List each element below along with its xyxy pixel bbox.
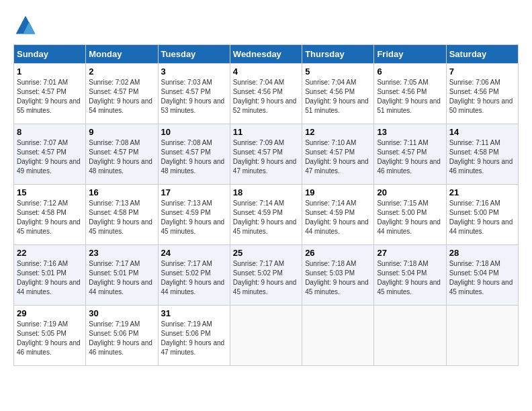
calendar-week: 29 Sunrise: 7:19 AMSunset: 5:05 PMDaylig… <box>14 306 519 366</box>
day-info: Sunrise: 7:06 AMSunset: 4:56 PMDaylight:… <box>449 79 513 114</box>
empty-day <box>302 306 374 366</box>
day-number: 13 <box>377 127 443 137</box>
day-number: 31 <box>161 308 227 318</box>
calendar-day: 22 Sunrise: 7:16 AMSunset: 5:01 PMDaylig… <box>14 245 86 306</box>
day-info: Sunrise: 7:13 AMSunset: 4:59 PMDaylight:… <box>161 199 225 235</box>
day-info: Sunrise: 7:01 AMSunset: 4:57 PMDaylight:… <box>17 79 81 114</box>
calendar-day: 27 Sunrise: 7:18 AMSunset: 5:04 PMDaylig… <box>374 245 446 306</box>
day-info: Sunrise: 7:11 AMSunset: 4:57 PMDaylight:… <box>377 139 441 175</box>
calendar-day: 9 Sunrise: 7:08 AMSunset: 4:57 PMDayligh… <box>86 124 158 185</box>
day-info: Sunrise: 7:16 AMSunset: 5:01 PMDaylight:… <box>17 260 81 295</box>
calendar-day: 29 Sunrise: 7:19 AMSunset: 5:05 PMDaylig… <box>14 306 86 366</box>
day-number: 1 <box>17 66 83 77</box>
day-info: Sunrise: 7:18 AMSunset: 5:04 PMDaylight:… <box>449 260 513 295</box>
day-info: Sunrise: 7:04 AMSunset: 4:56 PMDaylight:… <box>305 79 369 114</box>
weekday-header: Tuesday <box>158 45 230 64</box>
weekday-header: Wednesday <box>230 45 302 64</box>
calendar-day: 4 Sunrise: 7:04 AMSunset: 4:56 PMDayligh… <box>230 64 302 124</box>
empty-day <box>230 306 302 366</box>
day-number: 6 <box>377 66 443 77</box>
day-number: 11 <box>233 127 299 137</box>
day-info: Sunrise: 7:04 AMSunset: 4:56 PMDaylight:… <box>233 79 297 114</box>
calendar-day: 11 Sunrise: 7:09 AMSunset: 4:57 PMDaylig… <box>230 124 302 185</box>
day-number: 28 <box>449 248 515 258</box>
weekday-header: Thursday <box>302 45 374 64</box>
day-info: Sunrise: 7:17 AMSunset: 5:02 PMDaylight:… <box>161 260 225 295</box>
empty-day <box>446 306 518 366</box>
calendar-day: 19 Sunrise: 7:14 AMSunset: 4:59 PMDaylig… <box>302 185 374 245</box>
day-info: Sunrise: 7:08 AMSunset: 4:57 PMDaylight:… <box>89 139 152 175</box>
calendar-header: SundayMondayTuesdayWednesdayThursdayFrid… <box>14 45 519 64</box>
day-info: Sunrise: 7:17 AMSunset: 5:02 PMDaylight:… <box>233 260 297 295</box>
day-info: Sunrise: 7:16 AMSunset: 5:00 PMDaylight:… <box>449 199 513 235</box>
calendar-day: 7 Sunrise: 7:06 AMSunset: 4:56 PMDayligh… <box>446 64 518 124</box>
logo-icon <box>13 13 38 38</box>
day-info: Sunrise: 7:17 AMSunset: 5:01 PMDaylight:… <box>89 260 152 295</box>
calendar-week: 22 Sunrise: 7:16 AMSunset: 5:01 PMDaylig… <box>14 245 519 306</box>
day-number: 29 <box>17 308 83 318</box>
calendar-day: 18 Sunrise: 7:14 AMSunset: 4:59 PMDaylig… <box>230 185 302 245</box>
day-info: Sunrise: 7:13 AMSunset: 4:58 PMDaylight:… <box>89 199 152 235</box>
calendar-day: 6 Sunrise: 7:05 AMSunset: 4:56 PMDayligh… <box>374 64 446 124</box>
weekday-header: Saturday <box>446 45 518 64</box>
calendar-day: 21 Sunrise: 7:16 AMSunset: 5:00 PMDaylig… <box>446 185 518 245</box>
calendar-day: 1 Sunrise: 7:01 AMSunset: 4:57 PMDayligh… <box>14 64 86 124</box>
day-number: 2 <box>89 66 154 77</box>
weekday-header: Friday <box>374 45 446 64</box>
day-info: Sunrise: 7:07 AMSunset: 4:57 PMDaylight:… <box>17 139 81 175</box>
day-number: 26 <box>305 248 371 258</box>
calendar-day: 14 Sunrise: 7:11 AMSunset: 4:58 PMDaylig… <box>446 124 518 185</box>
day-number: 14 <box>449 127 515 137</box>
calendar-day: 16 Sunrise: 7:13 AMSunset: 4:58 PMDaylig… <box>86 185 158 245</box>
day-info: Sunrise: 7:19 AMSunset: 5:06 PMDaylight:… <box>161 320 225 356</box>
day-number: 27 <box>377 248 443 258</box>
day-info: Sunrise: 7:19 AMSunset: 5:06 PMDaylight:… <box>89 320 152 356</box>
day-info: Sunrise: 7:18 AMSunset: 5:03 PMDaylight:… <box>305 260 369 295</box>
day-number: 7 <box>449 66 515 77</box>
day-info: Sunrise: 7:15 AMSunset: 5:00 PMDaylight:… <box>377 199 441 235</box>
calendar-day: 24 Sunrise: 7:17 AMSunset: 5:02 PMDaylig… <box>158 245 230 306</box>
day-number: 12 <box>305 127 371 137</box>
day-number: 17 <box>161 187 227 197</box>
calendar-week: 8 Sunrise: 7:07 AMSunset: 4:57 PMDayligh… <box>14 124 519 185</box>
day-number: 15 <box>17 187 83 197</box>
day-number: 10 <box>161 127 227 137</box>
calendar-day: 5 Sunrise: 7:04 AMSunset: 4:56 PMDayligh… <box>302 64 374 124</box>
header <box>13 13 519 38</box>
header-row: SundayMondayTuesdayWednesdayThursdayFrid… <box>14 45 519 64</box>
day-number: 23 <box>89 248 154 258</box>
calendar-day: 8 Sunrise: 7:07 AMSunset: 4:57 PMDayligh… <box>14 124 86 185</box>
calendar-day: 15 Sunrise: 7:12 AMSunset: 4:58 PMDaylig… <box>14 185 86 245</box>
day-number: 4 <box>233 66 299 77</box>
calendar-day: 12 Sunrise: 7:10 AMSunset: 4:57 PMDaylig… <box>302 124 374 185</box>
day-number: 19 <box>305 187 371 197</box>
empty-day <box>374 306 446 366</box>
day-info: Sunrise: 7:05 AMSunset: 4:56 PMDaylight:… <box>377 79 441 114</box>
calendar-day: 2 Sunrise: 7:02 AMSunset: 4:57 PMDayligh… <box>86 64 158 124</box>
day-number: 8 <box>17 127 83 137</box>
weekday-header: Sunday <box>14 45 86 64</box>
calendar-day: 31 Sunrise: 7:19 AMSunset: 5:06 PMDaylig… <box>158 306 230 366</box>
day-number: 9 <box>89 127 154 137</box>
day-number: 25 <box>233 248 299 258</box>
day-number: 20 <box>377 187 443 197</box>
day-number: 22 <box>17 248 83 258</box>
calendar-day: 13 Sunrise: 7:11 AMSunset: 4:57 PMDaylig… <box>374 124 446 185</box>
day-info: Sunrise: 7:10 AMSunset: 4:57 PMDaylight:… <box>305 139 369 175</box>
weekday-header: Monday <box>86 45 158 64</box>
day-number: 24 <box>161 248 227 258</box>
day-number: 21 <box>449 187 515 197</box>
day-info: Sunrise: 7:14 AMSunset: 4:59 PMDaylight:… <box>305 199 369 235</box>
day-number: 5 <box>305 66 371 77</box>
calendar-day: 20 Sunrise: 7:15 AMSunset: 5:00 PMDaylig… <box>374 185 446 245</box>
calendar-day: 26 Sunrise: 7:18 AMSunset: 5:03 PMDaylig… <box>302 245 374 306</box>
calendar-week: 1 Sunrise: 7:01 AMSunset: 4:57 PMDayligh… <box>14 64 519 124</box>
day-number: 3 <box>161 66 227 77</box>
day-info: Sunrise: 7:19 AMSunset: 5:05 PMDaylight:… <box>17 320 81 356</box>
day-info: Sunrise: 7:14 AMSunset: 4:59 PMDaylight:… <box>233 199 297 235</box>
day-info: Sunrise: 7:18 AMSunset: 5:04 PMDaylight:… <box>377 260 441 295</box>
day-info: Sunrise: 7:03 AMSunset: 4:57 PMDaylight:… <box>161 79 225 114</box>
day-info: Sunrise: 7:02 AMSunset: 4:57 PMDaylight:… <box>89 79 152 114</box>
calendar-day: 30 Sunrise: 7:19 AMSunset: 5:06 PMDaylig… <box>86 306 158 366</box>
day-number: 30 <box>89 308 154 318</box>
